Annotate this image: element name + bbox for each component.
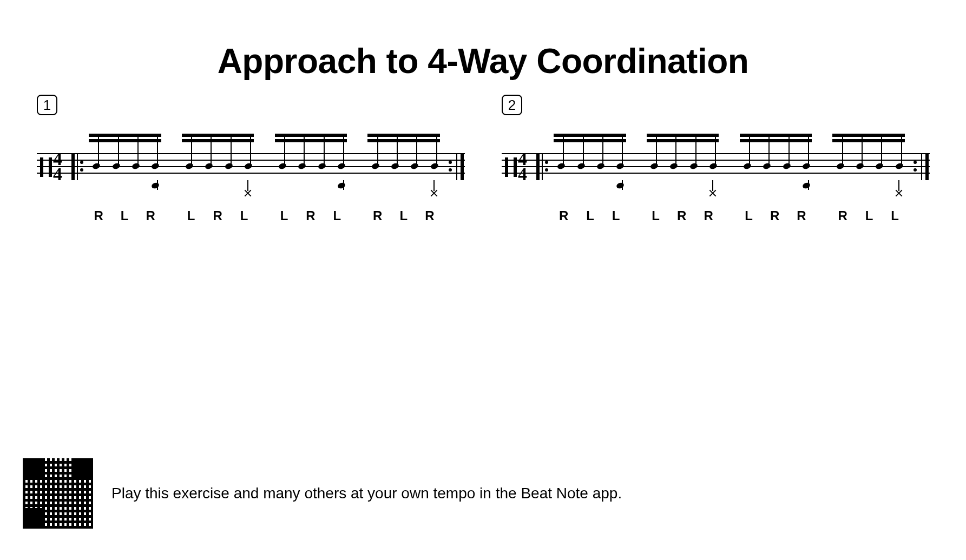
timesig-bottom: 4 xyxy=(53,167,61,182)
sticking: R xyxy=(94,208,104,225)
note xyxy=(370,128,379,204)
barline-start-thick xyxy=(536,153,540,180)
beat xyxy=(643,128,722,204)
note xyxy=(130,128,140,204)
sticking: R xyxy=(770,208,780,225)
sticking: L xyxy=(865,208,874,225)
footer: Play this exercise and many others at yo… xyxy=(23,458,622,529)
sticking: L xyxy=(240,208,249,225)
staff-2: 4 4 xyxy=(502,128,930,204)
note xyxy=(242,128,252,204)
sticking: L xyxy=(280,208,289,225)
note xyxy=(90,128,100,204)
note-group xyxy=(86,128,164,204)
note xyxy=(110,128,120,204)
sticking-group: L R L xyxy=(179,208,257,225)
footer-text: Play this exercise and many others at yo… xyxy=(111,485,622,502)
qr-code-icon xyxy=(23,458,93,529)
barline-start-thin xyxy=(77,153,78,180)
note xyxy=(409,128,418,204)
beat xyxy=(86,128,164,204)
note xyxy=(203,128,213,204)
sticking: R xyxy=(838,208,848,225)
sticking: L xyxy=(187,208,196,225)
sticking: R xyxy=(425,208,435,225)
note xyxy=(149,128,159,204)
sticking: L xyxy=(652,208,660,225)
sticking: R xyxy=(797,208,806,225)
clef-block: 4 4 xyxy=(37,153,71,180)
beats-container xyxy=(86,128,443,204)
sticking-group: R L R xyxy=(86,208,164,225)
barline-end-thick xyxy=(461,153,464,180)
sticking: R xyxy=(146,208,156,225)
sticking: L xyxy=(612,208,621,225)
exercise-number-badge: 2 xyxy=(502,95,522,115)
percussion-clef-icon xyxy=(40,157,52,177)
beat xyxy=(365,128,443,204)
clef-block: 4 4 xyxy=(502,153,536,180)
note-group xyxy=(179,128,257,204)
beat xyxy=(550,128,629,204)
barline-start-thin xyxy=(542,153,543,180)
page-title: Approach to 4-Way Coordination xyxy=(0,41,966,81)
repeat-dots-end xyxy=(914,161,917,172)
exercise-1: 1 4 4 xyxy=(37,95,465,204)
sticking: R xyxy=(373,208,383,225)
repeat-dots-end xyxy=(449,161,452,172)
sticking: R xyxy=(559,208,569,225)
sticking: L xyxy=(586,208,595,225)
percussion-clef-icon xyxy=(505,157,517,177)
beat xyxy=(179,128,257,204)
timesig-bottom: 4 xyxy=(518,167,526,182)
barline-end-thin xyxy=(921,153,922,180)
sticking: R xyxy=(677,208,687,225)
exercises-row: 1 4 4 xyxy=(37,95,930,204)
sticking: L xyxy=(745,208,753,225)
note xyxy=(389,128,399,204)
sticking: L xyxy=(333,208,342,225)
sticking-row: R L R L R L L R L R xyxy=(86,208,443,225)
exercise-number-badge: 1 xyxy=(37,95,57,115)
sticking: L xyxy=(399,208,408,225)
time-signature: 4 4 xyxy=(53,151,61,182)
sticking-row: R L L L R R L R R R xyxy=(550,208,908,225)
sticking: R xyxy=(704,208,713,225)
repeat-dots-start xyxy=(545,161,548,172)
exercise-2: 2 4 4 xyxy=(502,95,930,204)
sticking: L xyxy=(121,208,129,225)
beat xyxy=(272,128,350,204)
sticking: R xyxy=(306,208,316,225)
barline-start-thick xyxy=(71,153,75,180)
repeat-dots-start xyxy=(80,161,83,172)
note xyxy=(296,128,306,204)
note xyxy=(183,128,193,204)
beat xyxy=(737,128,815,204)
beats-container xyxy=(550,128,908,204)
note-group xyxy=(272,128,350,204)
beat xyxy=(830,128,908,204)
note xyxy=(316,128,326,204)
note xyxy=(223,128,233,204)
page-root: Approach to 4-Way Coordination 1 4 4 xyxy=(0,0,966,560)
note xyxy=(429,128,438,204)
note-group xyxy=(365,128,443,204)
barline-end-thin xyxy=(456,153,457,180)
staff-1: 4 4 xyxy=(37,128,465,204)
sticking: R xyxy=(213,208,222,225)
note xyxy=(277,128,286,204)
barline-end-thick xyxy=(925,153,929,180)
time-signature: 4 4 xyxy=(518,151,526,182)
sticking-group: R L R xyxy=(365,208,443,225)
sticking: L xyxy=(891,208,899,225)
sticking-group: L R L xyxy=(272,208,350,225)
note xyxy=(336,128,345,204)
